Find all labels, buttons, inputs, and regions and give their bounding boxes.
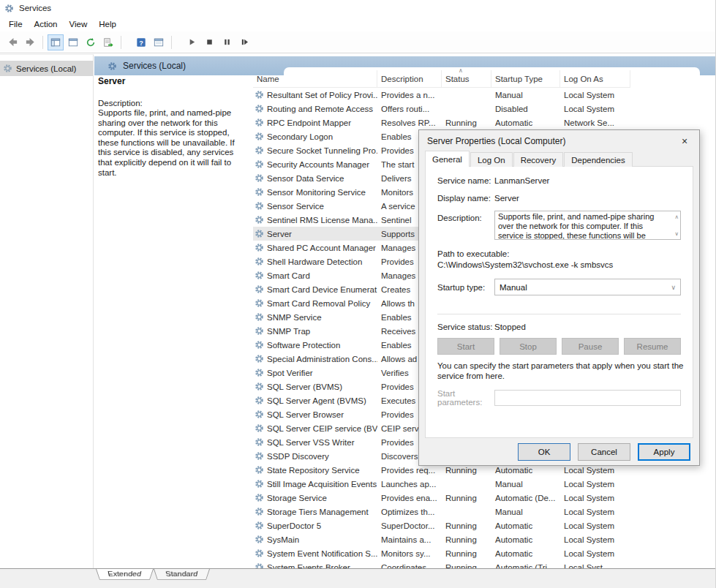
service-name-cell: Special Administration Cons... xyxy=(253,354,377,363)
service-name-text: Still Image Acquisition Events xyxy=(267,480,377,489)
service-row-routing-and-remote-access[interactable]: Routing and Remote AccessOffers routi...… xyxy=(253,102,700,116)
scroll-down-icon[interactable]: ∨ xyxy=(675,229,679,238)
view-tabs: ExtendedStandard xyxy=(96,569,209,581)
column-header-description[interactable]: Description xyxy=(377,70,442,88)
service-description-cell: SuperDoctor... xyxy=(377,521,442,530)
menu-file[interactable]: File xyxy=(3,18,29,30)
service-gear-icon xyxy=(255,507,264,516)
menu-action[interactable]: Action xyxy=(29,18,64,30)
view-tab-standard[interactable]: Standard xyxy=(154,569,210,580)
service-name-cell: Server xyxy=(253,229,377,238)
service-startup-cell: Automatic (De... xyxy=(491,494,560,502)
service-control-buttons: Start Stop Pause Resume xyxy=(437,338,681,355)
service-row-sysmain[interactable]: SysMainMaintains a...RunningAutomaticLoc… xyxy=(253,532,700,546)
service-description-cell: Optimizes th... xyxy=(377,508,442,516)
service-name-text: SQL Server VSS Writer xyxy=(267,438,355,447)
startup-type-dropdown[interactable]: Manual ∨ xyxy=(494,279,681,295)
description-label: Description: xyxy=(98,99,249,108)
service-gear-icon xyxy=(255,187,264,197)
service-name-text: Smart Card xyxy=(267,271,310,280)
show-console-tree-icon[interactable] xyxy=(48,34,64,50)
service-logon-cell: Network Se... xyxy=(560,118,641,127)
service-row-resultant-set-of-policy-provi[interactable]: Resultant Set of Policy Provi...Provides… xyxy=(253,88,700,102)
service-row-rpc-endpoint-mapper[interactable]: RPC Endpoint MapperResolves RP...Running… xyxy=(253,116,700,129)
dialog-tab-general[interactable]: General xyxy=(425,151,470,167)
column-header-startup-type[interactable]: Startup Type xyxy=(491,70,560,88)
scroll-up-icon[interactable]: ∧ xyxy=(675,212,679,222)
service-gear-icon xyxy=(255,312,264,322)
status-bar xyxy=(0,581,716,588)
service-name-cell: Sentinel RMS License Mana... xyxy=(253,215,377,225)
column-header-name[interactable]: Name xyxy=(253,70,377,88)
service-name-text: System Events Broker xyxy=(267,563,350,569)
stop-service-icon[interactable] xyxy=(201,34,217,50)
view-tab-extended[interactable]: Extended xyxy=(96,569,154,580)
cancel-button[interactable]: Cancel xyxy=(578,443,630,461)
toolbar-separator xyxy=(42,36,43,49)
close-icon[interactable]: × xyxy=(674,133,695,149)
back-icon[interactable] xyxy=(4,34,20,50)
column-header-status[interactable]: Status xyxy=(442,70,491,88)
dialog-tab-recovery[interactable]: Recovery xyxy=(513,152,564,167)
pause-service-icon[interactable] xyxy=(219,34,235,50)
service-gear-icon xyxy=(255,562,264,568)
start-params-input xyxy=(494,390,681,406)
banner-services-icon xyxy=(108,61,117,71)
service-description-cell: Monitors sy... xyxy=(377,549,442,558)
help-icon[interactable]: ? xyxy=(133,34,149,50)
menu-help[interactable]: Help xyxy=(93,18,122,30)
console-tree-pane: Services (Local) xyxy=(0,54,94,568)
dialog-title: Server Properties (Local Computer) xyxy=(427,136,674,146)
service-name-text: Shell Hardware Detection xyxy=(267,257,362,266)
service-startup-cell: Manual xyxy=(491,91,560,99)
service-gear-icon xyxy=(255,423,264,433)
service-startup-cell: Disabled xyxy=(491,105,560,113)
ok-button[interactable]: OK xyxy=(518,443,570,461)
service-gear-icon xyxy=(255,354,264,363)
service-gear-icon xyxy=(255,382,264,391)
startup-type-label: Startup type: xyxy=(437,283,494,292)
service-logon-cell: Local System xyxy=(560,521,641,530)
tree-item-label: Services (Local) xyxy=(16,64,76,73)
service-name-text: Server xyxy=(267,230,292,238)
dialog-tab-dependencies[interactable]: Dependencies xyxy=(564,152,633,167)
service-name-text: SysMain xyxy=(267,535,299,544)
service-name-cell: Routing and Remote Access xyxy=(253,104,377,113)
services-window: Services FileActionViewHelp ? Services (… xyxy=(0,0,716,588)
console-properties-icon[interactable] xyxy=(151,34,167,50)
forward-icon[interactable] xyxy=(22,34,38,50)
service-row-system-event-notification-s[interactable]: System Event Notification S...Monitors s… xyxy=(253,546,700,560)
refresh-icon[interactable] xyxy=(83,34,99,50)
service-gear-icon xyxy=(255,437,264,447)
title-bar: Services xyxy=(0,0,715,16)
service-name-cell: System Event Notification S... xyxy=(253,549,377,558)
apply-button[interactable]: Apply xyxy=(638,443,690,461)
service-startup-cell: Automatic xyxy=(491,549,560,558)
service-row-storage-tiers-management[interactable]: Storage Tiers ManagementOptimizes th...M… xyxy=(253,505,700,519)
service-name-text: Secure Socket Tunneling Pro... xyxy=(267,146,377,155)
dialog-description-box[interactable]: Supports file, print, and named-pipe sha… xyxy=(494,211,681,240)
restart-service-icon[interactable] xyxy=(236,34,252,50)
service-name-text: SQL Server (BVMS) xyxy=(267,382,342,391)
service-gear-icon xyxy=(255,257,264,266)
service-name-text: SQL Server Agent (BVMS) xyxy=(267,396,366,405)
export-list-icon[interactable] xyxy=(100,34,116,50)
dialog-tab-log-on[interactable]: Log On xyxy=(470,152,513,167)
column-header-log-on-as[interactable]: Log On As xyxy=(560,70,630,88)
service-row-still-image-acquisition-events[interactable]: Still Image Acquisition EventsLaunches a… xyxy=(253,477,700,491)
console-window-icon[interactable] xyxy=(65,34,81,50)
service-name-text: Storage Service xyxy=(267,494,327,502)
service-row-superdoctor-5[interactable]: SuperDoctor 5SuperDoctor...RunningAutoma… xyxy=(253,519,700,532)
menu-view[interactable]: View xyxy=(64,18,94,30)
service-startup-cell: Manual xyxy=(491,508,560,516)
start-service-icon[interactable] xyxy=(184,34,200,50)
service-logon-cell: Local System xyxy=(560,494,641,502)
tree-item-services-local[interactable]: Services (Local) xyxy=(0,61,93,76)
service-description-cell: Provides a n... xyxy=(377,91,442,99)
service-gear-icon xyxy=(255,549,264,558)
service-name-cell: SQL Server CEIP service (BV... xyxy=(253,423,377,433)
service-row-system-events-broker[interactable]: System Events BrokerCoordinates...Runnin… xyxy=(253,560,700,568)
toolbar-separator xyxy=(121,36,121,49)
service-gear-icon xyxy=(255,340,264,350)
service-row-storage-service[interactable]: Storage ServiceProvides ena...RunningAut… xyxy=(253,491,700,505)
